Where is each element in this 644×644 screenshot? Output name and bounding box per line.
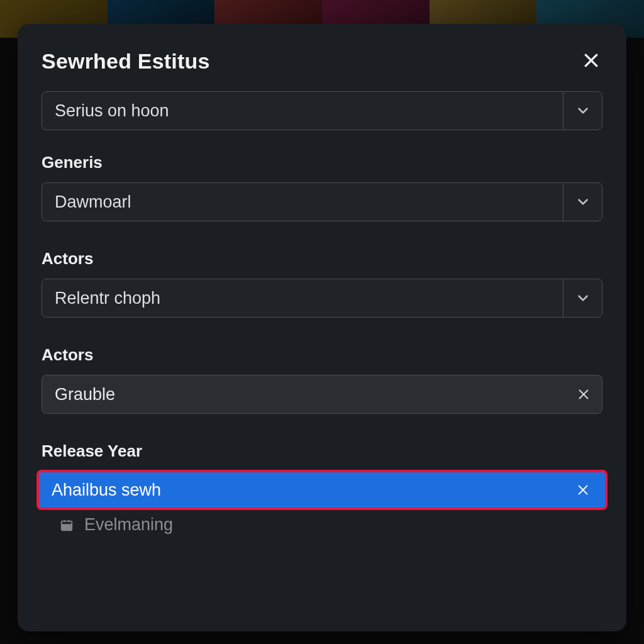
actors-select-value: Relentr choph [42,279,563,317]
release-year-option-secondary[interactable]: Evelmaning [42,508,602,535]
generis-select-value: Dawmoarl [42,183,563,221]
close-button[interactable] [580,49,602,72]
actors-input-group: Actors Grauble [42,345,602,414]
actors-select-label: Actors [42,249,602,269]
release-year-option-clear[interactable] [576,483,590,497]
generis-group: Generis Dawmoarl [42,153,602,221]
close-icon [576,483,590,497]
actors-input-value: Grauble [42,375,565,413]
primary-select-chevron[interactable] [563,92,602,130]
release-year-option-highlighted-label: Ahailbus sewh [52,480,161,500]
release-year-label: Release Year [42,441,602,461]
actors-select-chevron[interactable] [563,279,602,317]
release-year-option-secondary-label: Evelmaning [84,515,173,535]
modal-header: Sewrhed Estitus [42,49,602,74]
release-year-option-highlighted[interactable]: Ahailbus sewh [39,472,605,508]
primary-select-group: Serius on hoon [42,91,602,130]
actors-select[interactable]: Relentr choph [42,279,602,318]
chevron-down-icon [575,194,591,210]
generis-select[interactable]: Dawmoarl [42,182,602,221]
primary-select-value: Serius on hoon [42,92,563,130]
calendar-icon [59,518,74,532]
modal-title: Sewrhed Estitus [42,49,210,74]
close-icon [577,387,591,401]
actors-select-group: Actors Relentr choph [42,249,602,318]
actors-input-label: Actors [42,345,602,365]
chevron-down-icon [575,103,591,119]
generis-select-chevron[interactable] [563,183,602,221]
chevron-down-icon [575,290,591,306]
filter-modal: Sewrhed Estitus Serius on hoon Generis D… [18,24,626,631]
generis-label: Generis [42,153,602,172]
actors-input[interactable]: Grauble [42,375,602,414]
actors-input-clear[interactable] [565,375,602,413]
close-icon [582,51,601,70]
primary-select[interactable]: Serius on hoon [42,91,602,130]
release-year-group: Release Year Ahailbus sewh Eve [42,441,602,535]
